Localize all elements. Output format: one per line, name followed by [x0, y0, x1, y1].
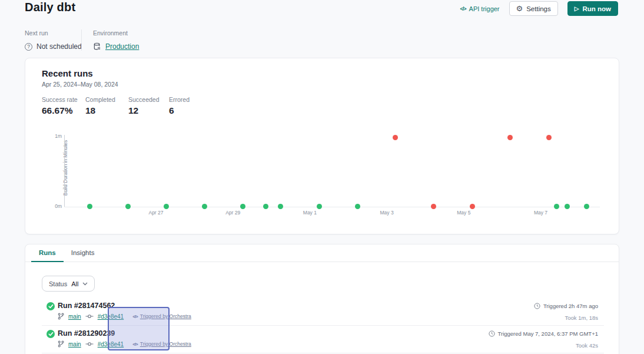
chart-point-success[interactable] [355, 204, 360, 209]
chart-point-success[interactable] [565, 204, 570, 209]
status-filter-dropdown[interactable]: Status All [42, 276, 95, 292]
took-line: Took 42s [489, 342, 598, 349]
git-branch-icon [58, 313, 64, 320]
page-title: Daily dbt [25, 1, 75, 14]
code-icon: </> [460, 6, 466, 12]
git-branch-icon [58, 340, 64, 348]
chart-xtick: Apr 29 [225, 210, 240, 216]
chart-xtick: May 3 [380, 210, 394, 216]
environment-section: Environment Production [93, 29, 139, 51]
chart-point-success[interactable] [554, 204, 559, 209]
chart-xtick: Apr 27 [148, 210, 163, 216]
git-commit-icon [85, 314, 94, 319]
branch-link[interactable]: main [68, 313, 81, 320]
status-filter-value: All [71, 280, 78, 287]
chart-xtick: May 5 [457, 210, 470, 216]
success-check-icon [47, 330, 55, 338]
branch-link[interactable]: main [68, 341, 81, 348]
question-circle-icon[interactable]: ? [25, 43, 32, 51]
triggered-line: Triggered 2h 47m ago [534, 303, 598, 309]
chart-point-success[interactable] [584, 204, 589, 209]
triggered-line: Triggered May 7, 2024, 6:37 PM GMT+1 [489, 330, 598, 337]
chart-point-success[interactable] [87, 204, 92, 209]
next-run-label: Next run [25, 29, 82, 37]
settings-label: Settings [526, 5, 551, 12]
run-now-button[interactable]: ▷ Run now [567, 1, 618, 16]
chart-xtick: May 1 [303, 210, 317, 216]
chart-point-success[interactable] [240, 204, 245, 209]
tab-insights[interactable]: Insights [64, 244, 102, 262]
chevron-down-icon [82, 282, 88, 286]
chart-point-error[interactable] [470, 204, 475, 209]
run-timing: Triggered May 7, 2024, 6:37 PM GMT+1 Too… [489, 326, 598, 349]
chart-point-error[interactable] [546, 135, 552, 140]
environment-value: Production [93, 42, 139, 51]
chart-point-success[interactable] [202, 204, 207, 209]
chart-point-success[interactable] [317, 204, 322, 209]
chart-point-success[interactable] [278, 204, 283, 209]
chart-point-success[interactable] [263, 204, 268, 209]
play-icon: ▷ [575, 6, 579, 12]
chart-plot-layer: Apr 27Apr 29May 1May 3May 5May 7 [25, 58, 619, 234]
api-trigger-link[interactable]: </> API trigger [460, 5, 500, 12]
took-line: Took 1m, 18s [534, 315, 598, 321]
next-run-section: Next run ? Not scheduled [25, 29, 82, 51]
chart-point-error[interactable] [507, 135, 513, 140]
run-title[interactable]: Run #281290239 [58, 329, 115, 338]
environment-label: Environment [93, 29, 139, 37]
environment-link[interactable]: Production [105, 42, 139, 51]
chart-xtick: May 7 [534, 210, 547, 216]
tabs-row: Runs Insights [25, 244, 619, 262]
highlight-overlay [108, 307, 170, 350]
clock-icon [534, 303, 540, 309]
database-icon [93, 42, 101, 51]
run-title[interactable]: Run #281474562 [58, 302, 115, 310]
clock-icon [489, 330, 495, 337]
success-check-icon [47, 302, 55, 310]
chart-point-success[interactable] [164, 204, 169, 209]
chart-point-error[interactable] [431, 204, 436, 209]
gear-icon: ⚙ [516, 5, 523, 12]
recent-runs-card: Recent runs Apr 25, 2024–May 08, 2024 Su… [25, 58, 619, 234]
tab-runs[interactable]: Runs [31, 244, 64, 262]
build-duration-chart: Build Duration in Minutes 1m 0m Apr 27Ap… [25, 58, 619, 234]
api-trigger-label: API trigger [469, 5, 500, 12]
run-now-label: Run now [582, 5, 611, 12]
git-commit-icon [85, 342, 94, 346]
job-page: Daily dbt </> API trigger ⚙ Settings ▷ R… [0, 0, 644, 354]
next-run-value: ? Not scheduled [25, 42, 82, 51]
run-timing: Triggered 2h 47m ago Took 1m, 18s [534, 298, 598, 321]
meta-divider [81, 29, 82, 51]
chart-point-error[interactable] [393, 135, 398, 140]
chart-point-success[interactable] [125, 204, 131, 209]
header-actions: </> API trigger ⚙ Settings ▷ Run now [460, 1, 618, 16]
status-filter-label: Status [49, 280, 67, 287]
settings-button[interactable]: ⚙ Settings [509, 1, 558, 16]
